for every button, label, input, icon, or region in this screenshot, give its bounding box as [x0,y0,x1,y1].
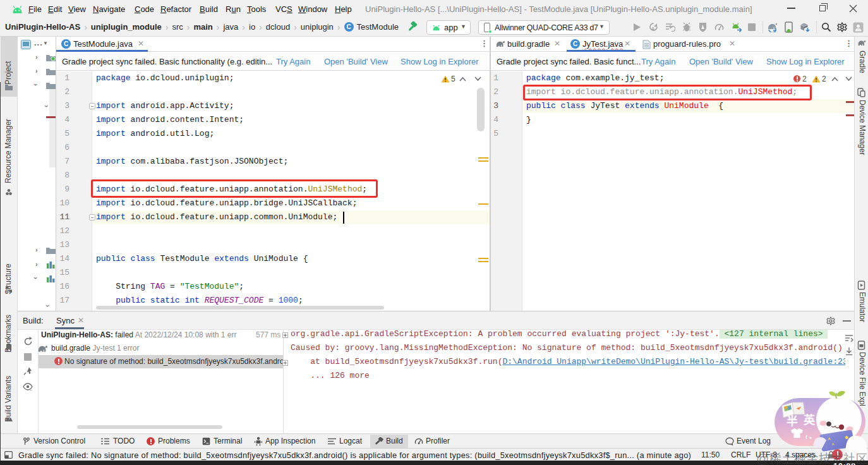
svg-text:A: A [651,27,654,31]
svg-text:半: 半 [787,414,798,428]
svg-text:英: 英 [803,413,816,426]
